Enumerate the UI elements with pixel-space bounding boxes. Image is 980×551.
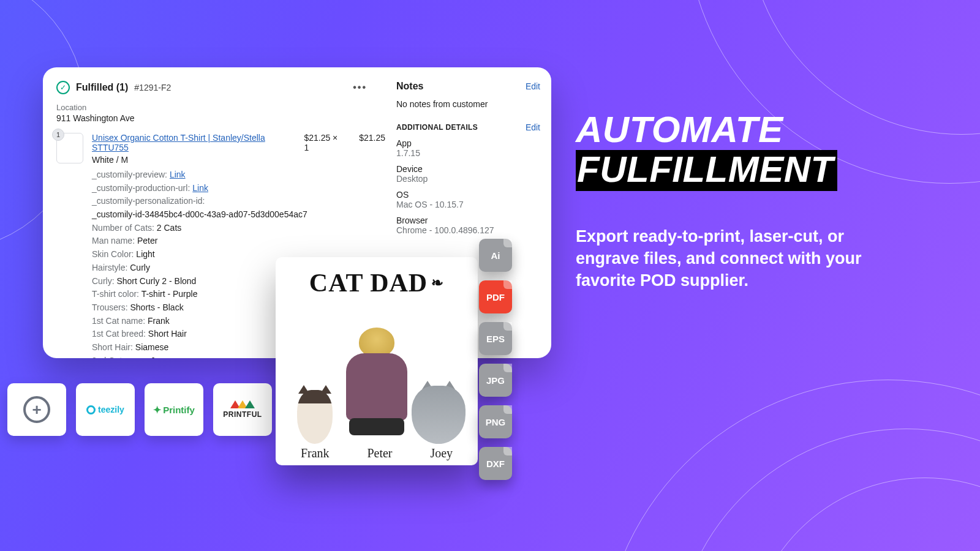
name-1: Frank: [301, 446, 330, 460]
name-3: Joey: [430, 446, 453, 460]
attribute-row: _customily-preview:Link: [92, 168, 385, 182]
detail-row: BrowserChrome - 100.0.4896.127: [396, 216, 540, 235]
location-value: 911 Washington Ave: [56, 113, 385, 123]
qty-badge: 1: [52, 129, 64, 141]
attribute-row: _customily-personalization-id:: [92, 195, 385, 208]
supplier-printful[interactable]: PRINTFUL: [213, 383, 272, 436]
add-supplier-button[interactable]: +: [7, 383, 66, 436]
cat-figure-1: [290, 385, 339, 444]
export-jpg-button[interactable]: JPG: [479, 364, 512, 397]
design-title: CAT DAD❧: [309, 268, 444, 298]
export-pdf-button[interactable]: PDF: [479, 280, 512, 313]
fulfilled-icon: ✓: [56, 81, 70, 94]
plus-icon: +: [23, 396, 50, 423]
fulfillment-status: Fulfilled (1): [76, 82, 128, 93]
attribute-link[interactable]: Link: [170, 170, 186, 179]
attribute-row: Man name: Peter: [92, 234, 385, 248]
edit-notes-button[interactable]: Edit: [526, 81, 540, 91]
export-png-button[interactable]: PNG: [479, 405, 512, 438]
printful-label: PRINTFUL: [223, 410, 262, 419]
location-label: Location: [56, 103, 385, 112]
detail-row: App1.7.15: [396, 138, 540, 158]
price-total: $21.25: [359, 133, 385, 152]
paw-icon: ❧: [431, 274, 444, 291]
person-figure: [341, 328, 413, 444]
teezily-label: teezily: [98, 405, 124, 414]
supplier-teezily[interactable]: teezily: [76, 383, 135, 436]
notes-empty: No notes from customer: [396, 99, 540, 109]
detail-row: DeviceDesktop: [396, 164, 540, 184]
additional-details-heading: ADDITIONAL DETAILS: [396, 123, 478, 132]
attribute-row: _customily-production-url:Link: [92, 182, 385, 195]
export-dxf-button[interactable]: DXF: [479, 447, 512, 480]
product-title-link[interactable]: Unisex Organic Cotton T-Shirt | Stanley/…: [92, 133, 296, 152]
printify-label: Printify: [163, 405, 195, 415]
name-2: Peter: [367, 446, 392, 460]
product-thumbnail[interactable]: 1: [56, 133, 83, 163]
variant: White / M: [92, 155, 385, 165]
figure-names: Frank Peter Joey: [282, 446, 472, 460]
order-number: #1291-F2: [134, 83, 171, 92]
notes-heading: Notes: [396, 81, 423, 92]
export-eps-button[interactable]: EPS: [479, 322, 512, 355]
detail-row: OSMac OS - 10.15.7: [396, 190, 540, 209]
supplier-printify[interactable]: ✦Printify: [145, 383, 203, 436]
marketing-headline: AUTOMATE FULFILLMENT: [576, 110, 956, 191]
attribute-row: Number of Cats: 2 Cats: [92, 222, 385, 235]
export-file-types: AiPDFEPSJPGPNGDXF: [479, 239, 512, 480]
price-each: $21.25 × 1: [304, 133, 342, 152]
attribute-link[interactable]: Link: [192, 183, 208, 193]
marketing-copy: AUTOMATE FULFILLMENT Export ready-to-pri…: [576, 110, 956, 292]
supplier-tiles: + teezily ✦Printify PRINTFUL: [0, 383, 272, 436]
cat-figure-2: [414, 381, 463, 444]
more-actions-button[interactable]: •••: [353, 82, 385, 93]
marketing-body: Export ready-to-print, laser-cut, or eng…: [576, 225, 894, 292]
design-preview: CAT DAD❧ Frank Peter Joey: [276, 257, 478, 465]
edit-details-button[interactable]: Edit: [526, 122, 540, 132]
printful-icon: [232, 400, 254, 408]
export-ai-button[interactable]: Ai: [479, 239, 512, 272]
teezily-icon: [86, 405, 96, 414]
printify-icon: ✦: [153, 404, 161, 416]
attribute-row: _customily-id-34845bc4-d00c-43a9-ad07-5d…: [92, 208, 385, 222]
